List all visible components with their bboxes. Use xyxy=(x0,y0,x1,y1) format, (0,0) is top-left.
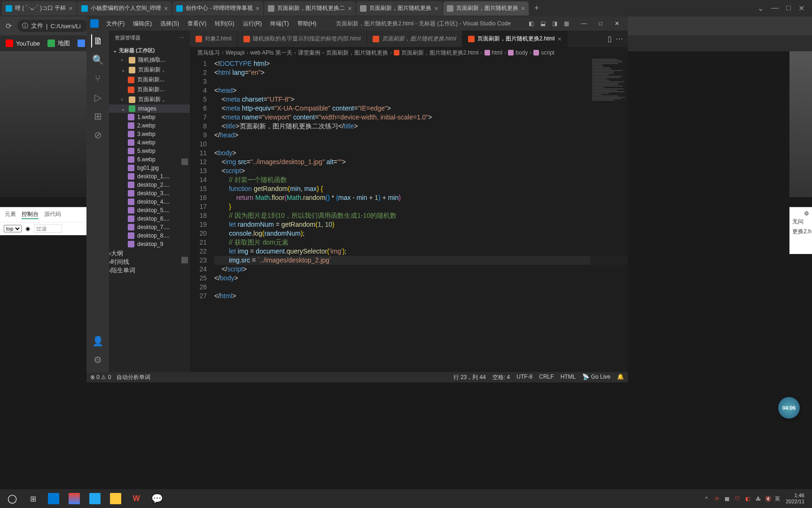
breadcrumb-item[interactable]: Wepapi xyxy=(226,49,244,56)
tab-close-icon[interactable]: × xyxy=(164,5,168,12)
account-icon[interactable]: 👤 xyxy=(91,334,104,348)
browser-maximize-icon[interactable]: □ xyxy=(786,4,791,13)
code-line[interactable]: function getRandom(min, max) { xyxy=(214,184,628,193)
code-line[interactable]: </head> xyxy=(214,131,628,140)
code-line[interactable]: <title>页面刷新，图片随机更换二次练习</title> xyxy=(214,122,628,131)
code-editor[interactable]: 1234567891011121314151617181920212223242… xyxy=(190,58,628,372)
line-number[interactable]: 25 xyxy=(190,274,207,283)
devtools-context-select[interactable]: top xyxy=(4,225,22,232)
tree-file[interactable]: 页面刷新... xyxy=(109,75,190,85)
tree-file[interactable]: 1.webp xyxy=(109,113,190,121)
vscode-menu-item[interactable]: 文件(F) xyxy=(102,19,128,29)
explorer-icon[interactable]: 🗎 xyxy=(91,34,104,48)
tray-network-icon[interactable]: 🖧 xyxy=(754,495,762,502)
sidebar-section-header[interactable]: ›陌生单词 xyxy=(109,266,190,275)
line-number[interactable]: 9 xyxy=(190,131,207,140)
devtools-tab[interactable]: 源代码 xyxy=(44,210,61,219)
tray-security-icon[interactable]: 🛡 xyxy=(734,495,741,502)
status-lang[interactable]: HTML xyxy=(561,373,576,381)
line-number[interactable]: 19 xyxy=(190,220,207,229)
line-number[interactable]: 6 xyxy=(190,104,207,113)
sidebar-section-header[interactable]: ›大纲 xyxy=(109,249,190,258)
new-tab-button[interactable]: + xyxy=(530,3,544,13)
status-golive[interactable]: 📡 Go Live xyxy=(582,373,610,381)
extensions-icon[interactable]: ⊞ xyxy=(91,110,104,123)
tree-file[interactable]: desktop_3.... xyxy=(109,189,190,198)
vscode-menu-item[interactable]: 查看(V) xyxy=(184,19,210,29)
code-line[interactable]: // 封装一个随机函数 xyxy=(214,175,628,184)
line-number[interactable]: 13 xyxy=(190,167,207,175)
code-line[interactable]: <meta http-equiv="X-UA-Compatible" conte… xyxy=(214,104,628,113)
vscode-minimize-icon[interactable]: — xyxy=(577,18,592,29)
search-icon[interactable]: 🔍 xyxy=(91,53,104,66)
browser-tab[interactable]: 小杨爱编程的个人空间_哔哩× xyxy=(78,1,172,16)
tree-file[interactable]: 页面刷新... xyxy=(109,85,190,95)
minimap[interactable] xyxy=(590,58,628,372)
tree-folder[interactable]: ⌄images xyxy=(109,104,190,113)
vscode-menu-item[interactable]: 运行(R) xyxy=(239,19,266,29)
editor-tab[interactable]: 随机抽取的名字显示到指定的标签内部.html xyxy=(238,31,367,47)
split-editor-icon[interactable]: ▯ xyxy=(608,34,612,43)
tray-volume-icon[interactable]: 🔇 xyxy=(765,495,772,502)
code-line[interactable]: // 获取图片 dom元素 xyxy=(214,238,628,247)
tree-file[interactable]: desktop_7.... xyxy=(109,223,190,231)
video-timestamp-bubble[interactable]: 04:06 xyxy=(778,397,800,419)
status-bell-icon[interactable]: 🔔 xyxy=(617,373,624,381)
line-number[interactable]: 23 xyxy=(190,256,207,265)
status-line-col[interactable]: 行 23，列 44 xyxy=(453,373,486,381)
status-encoding[interactable]: UTF-8 xyxy=(516,373,532,381)
line-number[interactable]: 3 xyxy=(190,77,207,86)
line-number[interactable]: 20 xyxy=(190,229,207,238)
vscode-maximize-icon[interactable]: □ xyxy=(594,18,607,29)
tab-close-icon[interactable]: × xyxy=(434,5,438,12)
breadcrumb-item[interactable]: 页面刷新，图片随机更换2.html xyxy=(394,49,479,57)
taskbar-wps[interactable]: W xyxy=(127,490,146,507)
bookmark-item[interactable]: 地图 xyxy=(47,39,70,48)
settings-icon[interactable]: ⚙ xyxy=(91,353,104,366)
tab-close-icon[interactable]: × xyxy=(256,5,259,12)
code-line[interactable]: </html> xyxy=(214,292,628,301)
tree-file[interactable]: bg01.jpg xyxy=(109,164,190,172)
tab-close-icon[interactable]: × xyxy=(69,5,72,12)
status-analyze[interactable]: 自动分析单词 xyxy=(117,373,150,381)
status-spaces[interactable]: 空格: 4 xyxy=(492,373,510,381)
vscode-menu-item[interactable]: 选择(S) xyxy=(156,19,183,29)
code-line[interactable]: return Math.floor(Math.random() * (max -… xyxy=(214,193,628,202)
code-line[interactable]: <img src="../images/desktop_1.jpg" alt="… xyxy=(214,158,628,167)
code-line[interactable]: let img = document.querySelector('img'); xyxy=(214,247,628,256)
vscode-menu-item[interactable]: 终端(T) xyxy=(266,19,292,29)
code-line[interactable]: <script> xyxy=(214,167,628,175)
line-number[interactable]: 22 xyxy=(190,247,207,256)
line-number[interactable]: 18 xyxy=(190,211,207,220)
breadcrumb-item[interactable]: 课堂案例 xyxy=(298,49,320,57)
code-line[interactable] xyxy=(214,283,628,292)
tree-file[interactable]: 6.webp xyxy=(109,155,190,164)
breadcrumb-item[interactable]: script xyxy=(533,49,554,56)
workspace-header[interactable]: ⌄ 无标题 (工作区) xyxy=(109,46,190,55)
code-line[interactable]: img.src = `../images/desktop_2.jpg` xyxy=(214,256,628,265)
devtools-settings-icon[interactable]: ⚙ xyxy=(804,210,809,217)
tree-file[interactable]: desktop_2.... xyxy=(109,181,190,189)
tree-file[interactable]: desktop_9 xyxy=(109,240,190,248)
code-line[interactable]: // 因为图片是1到10，所以我们调用函数生成1-10的随机数 xyxy=(214,211,628,220)
source-control-icon[interactable]: ⑂ xyxy=(91,72,104,85)
sidebar-section-header[interactable]: ›时间线 xyxy=(109,258,190,266)
tray-chevron-icon[interactable]: ^ xyxy=(703,495,710,502)
code-line[interactable]: <head> xyxy=(214,86,628,95)
devtools-filter-input[interactable] xyxy=(34,224,62,233)
taskbar-wechat[interactable]: 💬 xyxy=(148,490,166,507)
eye-icon[interactable]: ◉ xyxy=(25,225,30,232)
line-number[interactable]: 8 xyxy=(190,122,207,131)
code-line[interactable]: <html lang="en"> xyxy=(214,68,628,77)
taskbar-vscode[interactable] xyxy=(86,490,104,507)
vscode-menu-item[interactable]: 转到(G) xyxy=(211,19,238,29)
layout-left-icon[interactable]: ◧ xyxy=(527,19,536,28)
tree-file[interactable]: 5.webp xyxy=(109,147,190,155)
taskbar-explorer[interactable] xyxy=(106,490,125,507)
tree-file[interactable]: desktop_5.... xyxy=(109,206,190,214)
browser-tab[interactable]: 页面刷新，图片随机更换× xyxy=(356,1,442,16)
tree-file[interactable]: desktop_4.... xyxy=(109,198,190,206)
tree-file[interactable]: 3.webp xyxy=(109,130,190,138)
editor-tab[interactable]: 页面刷新，图片随机更换.html xyxy=(367,31,462,47)
code-line[interactable] xyxy=(214,140,628,149)
